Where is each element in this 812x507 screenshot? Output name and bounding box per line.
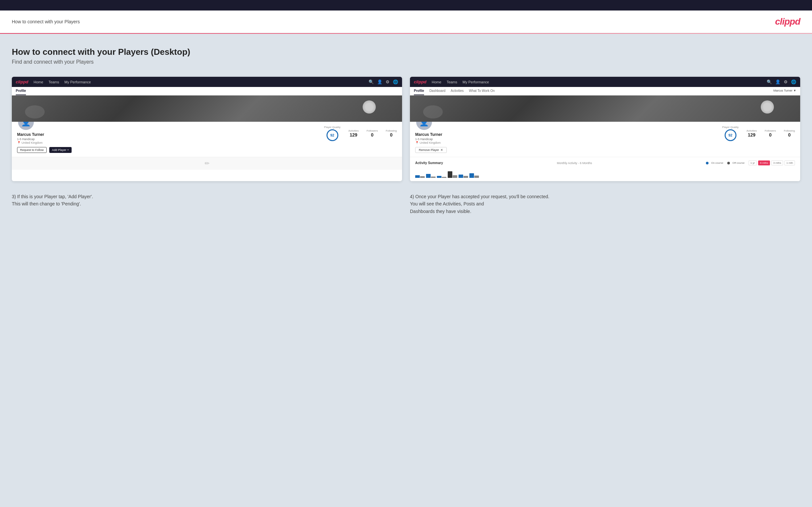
on-course-label: On course: [711, 161, 723, 164]
tab-profile-right[interactable]: Profile: [414, 89, 424, 95]
settings-icon[interactable]: ⚙: [386, 79, 390, 84]
left-followers-value: 0: [367, 132, 378, 137]
add-player-button[interactable]: Add Player +: [49, 147, 71, 153]
player-dropdown[interactable]: Marcus Turner ▼: [773, 89, 796, 95]
activity-period: Monthly Activity - 6 Months: [557, 161, 592, 165]
activity-header: Activity Summary Monthly Activity - 6 Mo…: [415, 161, 795, 165]
bar-group-4: [448, 171, 457, 178]
bar-on-course-2: [426, 174, 430, 178]
right-stats-row: Player Quality 92 Activities 129 Followe…: [722, 126, 795, 141]
left-profile-section: 👤 Marcus Turner 1-5 Handicap 📍 United Ki…: [12, 122, 402, 157]
tab-activities-right[interactable]: Activities: [451, 89, 463, 95]
left-player-name: Marcus Turner: [17, 132, 44, 137]
time-3mths-button[interactable]: 3 mths: [771, 161, 783, 165]
right-followers-value: 0: [765, 132, 776, 137]
right-activities-value: 129: [746, 132, 757, 137]
off-course-label: Off course: [732, 161, 745, 164]
left-tabs: Profile: [12, 87, 402, 96]
right-nav-logo: clippd: [414, 79, 426, 84]
globe-icon[interactable]: 🌐: [393, 79, 398, 84]
pen-icon: ✏: [205, 160, 210, 167]
right-activities-label: Activities: [746, 129, 757, 132]
right-profile-section: 👤 Marcus Turner 1-5 Handicap 📍 United Ki…: [410, 122, 800, 157]
left-nav-teams: Teams: [49, 80, 59, 84]
left-activities-value: 129: [348, 132, 359, 137]
right-player-location: 📍 United Kingdom: [415, 141, 441, 145]
left-quality-circle: 92: [326, 129, 338, 141]
bar-on-course-3: [437, 176, 442, 178]
left-stats-row: Player Quality 92 Activities 129 Followe…: [324, 126, 397, 141]
tab-dashboard-right[interactable]: Dashboard: [429, 89, 445, 95]
right-person-icon[interactable]: 👤: [775, 79, 780, 84]
time-6mths-button[interactable]: 6 mths: [758, 161, 770, 165]
bar-off-course-2: [431, 177, 436, 178]
right-stat-followers: Followers 0: [765, 129, 776, 137]
left-nav-home: Home: [34, 80, 43, 84]
right-stat-activities: Activities 129: [746, 129, 757, 137]
right-hero-image: [410, 96, 800, 122]
right-quality-wrapper: Player Quality 92: [722, 126, 739, 141]
right-quality-label: Player Quality: [722, 126, 739, 129]
bar-on-course-4: [448, 171, 452, 178]
main-content: How to connect with your Players (Deskto…: [0, 34, 812, 507]
right-player-name: Marcus Turner: [415, 132, 442, 137]
bar-off-course-1: [420, 176, 425, 178]
right-nav-performance: My Performance: [462, 80, 489, 84]
right-search-icon[interactable]: 🔍: [767, 79, 772, 84]
activity-summary: Activity Summary Monthly Activity - 6 Mo…: [410, 157, 800, 181]
tab-what-to-work-on-right[interactable]: What To Work On: [469, 89, 495, 95]
request-to-follow-button[interactable]: Request to Follow: [17, 147, 47, 153]
left-stat-activities: Activities 129: [348, 129, 359, 137]
bar-off-course-4: [453, 175, 457, 178]
right-followers-label: Followers: [765, 129, 776, 132]
activity-summary-title: Activity Summary: [415, 161, 443, 165]
screenshots-row: clippd Home Teams My Performance 🔍 👤 ⚙ 🌐…: [12, 77, 800, 181]
left-screenshot-lower: ✏: [12, 157, 402, 170]
left-screenshot-panel: clippd Home Teams My Performance 🔍 👤 ⚙ 🌐…: [12, 77, 402, 181]
bar-group-1: [415, 175, 425, 178]
bar-group-5: [459, 175, 468, 178]
pen-icon-area: ✏: [12, 157, 402, 170]
left-stat-following: Following 0: [386, 129, 397, 137]
header-title: How to connect with your Players: [12, 19, 80, 24]
bar-off-course-5: [463, 176, 468, 178]
bar-group-6: [469, 173, 479, 178]
left-action-buttons: Request to Follow Add Player +: [17, 147, 71, 153]
left-activities-label: Activities: [348, 129, 359, 132]
left-followers-label: Followers: [367, 129, 378, 132]
page-title: How to connect with your Players (Deskto…: [12, 47, 800, 57]
person-icon[interactable]: 👤: [377, 79, 383, 84]
right-nav-teams: Teams: [447, 80, 457, 84]
search-icon[interactable]: 🔍: [368, 79, 374, 84]
right-globe-icon[interactable]: 🌐: [791, 79, 796, 84]
remove-player-button[interactable]: Remove Player ✕: [415, 147, 447, 153]
caption-left-text: 3) If this is your Player tap, 'Add Play…: [12, 193, 402, 208]
left-player-location: 📍 United Kingdom: [17, 141, 43, 145]
left-hero-image: [12, 96, 402, 122]
bar-on-course-1: [415, 175, 420, 178]
right-nav-icons: 🔍 👤 ⚙ 🌐: [767, 79, 796, 84]
header: How to connect with your Players clippd: [0, 10, 812, 33]
time-1yr-button[interactable]: 1 yr: [749, 161, 757, 165]
activity-legend: On course Off course: [706, 161, 745, 164]
time-1mth-button[interactable]: 1 mth: [784, 161, 795, 165]
caption-right: 4) Once your Player has accepted your re…: [410, 193, 800, 215]
right-player-handicap: 1-5 Handicap: [415, 137, 433, 141]
bar-off-course-6: [474, 176, 479, 178]
left-following-label: Following: [386, 129, 397, 132]
right-stat-following: Following 0: [784, 129, 795, 137]
left-navbar: clippd Home Teams My Performance 🔍 👤 ⚙ 🌐: [12, 77, 402, 87]
left-nav-icons: 🔍 👤 ⚙ 🌐: [368, 79, 398, 84]
bar-on-course-5: [459, 175, 463, 178]
left-quality-wrapper: Player Quality 92: [324, 126, 341, 141]
right-tabs: Profile Dashboard Activities What To Wor…: [410, 87, 800, 96]
right-following-value: 0: [784, 132, 795, 137]
left-stat-followers: Followers 0: [367, 129, 378, 137]
time-buttons: 1 yr 6 mths 3 mths 1 mth: [749, 161, 795, 165]
left-nav-performance: My Performance: [64, 80, 91, 84]
right-settings-icon[interactable]: ⚙: [784, 79, 788, 84]
bar-group-2: [426, 174, 436, 178]
right-quality-circle: 92: [725, 129, 737, 141]
close-icon: ✕: [441, 148, 443, 152]
tab-profile-left[interactable]: Profile: [16, 89, 26, 95]
